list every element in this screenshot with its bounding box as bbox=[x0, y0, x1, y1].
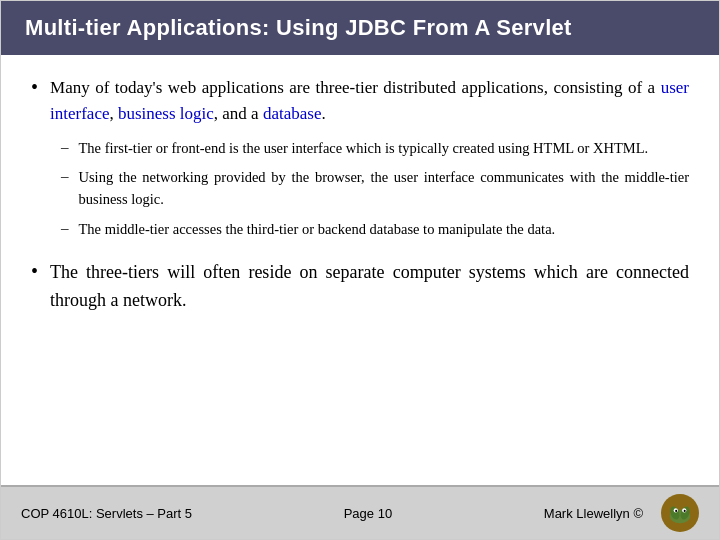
footer-center: Page 10 bbox=[344, 506, 392, 521]
bullet-1-text-before: Many of today's web applications are thr… bbox=[50, 78, 661, 97]
sub-dash-1: – bbox=[61, 139, 69, 156]
sub-text-1: The first-tier or front-end is the user … bbox=[79, 138, 649, 160]
sub-bullets: – The first-tier or front-end is the use… bbox=[61, 138, 689, 241]
slide-content: • Many of today's web applications are t… bbox=[1, 55, 719, 485]
link-database: database bbox=[263, 104, 322, 123]
svg-point-6 bbox=[675, 510, 677, 512]
bullet-2: • The three-tiers will often reside on s… bbox=[31, 259, 689, 315]
bullet-1-text-after: , and a bbox=[214, 104, 263, 123]
footer-right: Mark Llewellyn © bbox=[544, 506, 643, 521]
footer-logo bbox=[661, 494, 699, 532]
bullet-marker-1: • bbox=[31, 76, 38, 99]
sub-bullet-3: – The middle-tier accesses the third-tie… bbox=[61, 219, 689, 241]
sub-bullet-2: – Using the networking provided by the b… bbox=[61, 167, 689, 211]
footer: COP 4610L: Servlets – Part 5 Page 10 Mar… bbox=[1, 485, 719, 539]
svg-point-7 bbox=[684, 510, 686, 512]
bullet-1: • Many of today's web applications are t… bbox=[31, 75, 689, 128]
slide-title: Multi-tier Applications: Using JDBC From… bbox=[1, 1, 719, 55]
bullet-1-text-end: . bbox=[321, 104, 325, 123]
bullet-marker-2: • bbox=[31, 260, 38, 283]
sub-text-2: Using the networking provided by the bro… bbox=[79, 167, 690, 211]
footer-right-group: Mark Llewellyn © bbox=[544, 494, 699, 532]
bullet-1-text-mid: , bbox=[109, 104, 118, 123]
sub-dash-3: – bbox=[61, 220, 69, 237]
sub-text-3: The middle-tier accesses the third-tier … bbox=[79, 219, 556, 241]
sub-dash-2: – bbox=[61, 168, 69, 185]
link-business-logic: business logic bbox=[118, 104, 214, 123]
slide: Multi-tier Applications: Using JDBC From… bbox=[0, 0, 720, 540]
bullet-2-text: The three-tiers will often reside on sep… bbox=[50, 259, 689, 315]
footer-left: COP 4610L: Servlets – Part 5 bbox=[21, 506, 192, 521]
bullet-1-text: Many of today's web applications are thr… bbox=[50, 75, 689, 128]
logo-svg bbox=[663, 496, 697, 530]
sub-bullet-1: – The first-tier or front-end is the use… bbox=[61, 138, 689, 160]
